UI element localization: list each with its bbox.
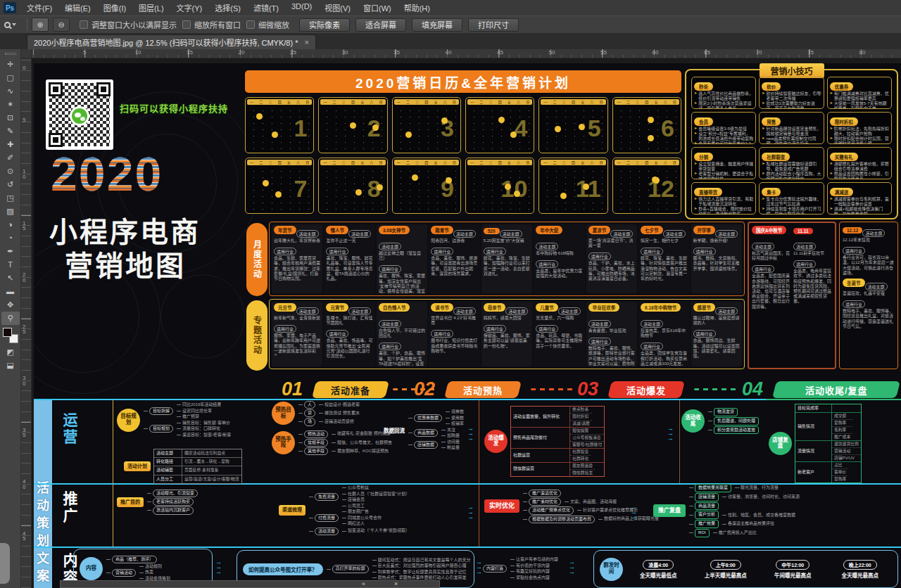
checkbox[interactable] <box>182 20 191 29</box>
dodge-tool[interactable]: ◔ <box>1 231 20 245</box>
table-row-header: 流量情况 <box>795 441 832 461</box>
theme-tag: 活动主题 <box>793 243 816 250</box>
theme-tag: 活动主题 <box>379 320 401 328</box>
options-button[interactable]: 实际像素 <box>299 18 350 32</box>
checkbox-option[interactable]: 缩放所有窗口 <box>182 19 241 30</box>
menu-item[interactable]: 图层(L) <box>132 2 170 13</box>
type-tool[interactable]: T <box>1 258 20 271</box>
ruler-number: 50 <box>549 49 555 56</box>
clone-stamp-tool[interactable]: ⊙ <box>1 165 20 178</box>
checkbox-option[interactable]: 调整窗口大小以满屏显示 <box>80 19 177 30</box>
theme-text: 12.12年末狂欢 <box>843 238 895 243</box>
map-node-group: 根据数据及时调整活动页面布局数据好的商品上浮获取曝光量 <box>529 516 659 523</box>
menu-item[interactable]: 3D(D) <box>285 2 318 13</box>
checkbox[interactable] <box>246 20 255 29</box>
map-node-group: 推广复盘数据效果关联度曝光流量、行为流量店铺流量访客量、浏览量、访问时长、访问来… <box>653 484 800 537</box>
foreground-color-swatch[interactable] <box>3 328 12 337</box>
map-node: 曝光流量、行为流量 <box>741 485 779 491</box>
eraser-tool[interactable]: ◳ <box>1 191 20 205</box>
map-node: 活动计划 <box>124 461 151 471</box>
industry-tag: 适用行业 <box>641 343 663 350</box>
theme-text: 妈妈节，感恩大回馈 <box>484 316 530 321</box>
quick-mask-tool[interactable]: ◩ <box>1 345 20 359</box>
gradient-tool[interactable]: ▨ <box>1 205 20 218</box>
menu-item[interactable]: 文件(F) <box>20 2 58 13</box>
magic-wand-tool[interactable]: ✶ <box>1 98 20 111</box>
close-icon[interactable]: × <box>304 38 308 46</box>
menu-item[interactable]: 图像(I) <box>97 2 132 13</box>
menu-item[interactable]: 窗口(W) <box>357 2 398 13</box>
map-node: 社群人员（“社群运营裂变”计划） <box>348 492 410 497</box>
history-brush-tool[interactable]: ↺ <box>1 178 20 191</box>
blur-tool[interactable]: ◑ <box>1 218 20 231</box>
menu-item[interactable]: 文字(Y) <box>170 2 209 13</box>
canvas-area[interactable]: 扫码可以获得小程序扶持 2020 小程序电商 营销地图 2020营销日历&全年营… <box>32 58 901 588</box>
column-divider <box>113 400 113 547</box>
options-button[interactable]: 填充屏幕 <box>412 18 462 32</box>
map-branch: 关注 <box>441 428 460 433</box>
marquee-tool[interactable]: ▢ <box>1 71 20 84</box>
color-swatches[interactable] <box>3 328 18 343</box>
weekday-label: 六 <box>590 101 593 104</box>
pen-tool[interactable]: ✒ <box>1 245 20 258</box>
map-branch: 让客户有参与感的内容 <box>510 557 558 563</box>
checkbox[interactable] <box>80 20 88 29</box>
collapse-icon[interactable]: « <box>362 580 365 588</box>
weekday-label: 日 <box>673 101 676 104</box>
menu-item[interactable]: 编辑(E) <box>58 2 97 13</box>
ruler-number: 45 <box>497 49 503 56</box>
map-children: 让客户有参与感的内容有价值的干货内容有趣又好玩的内容紧贴社会热点内容 <box>510 557 558 580</box>
weekday-label: 二 <box>333 161 336 165</box>
industry-text: 鲜花、美妆、珠宝、生鲜等，加强跨行业可以来打买一送一活动，表白套装双送礼。 <box>484 256 530 276</box>
poster-year: 2020 <box>51 146 163 201</box>
highlighted-date <box>510 132 517 138</box>
map-branch: 针对客户需求点优化推荐展示 <box>577 508 638 513</box>
ruler-number: 60 <box>653 49 659 56</box>
options-button[interactable]: 打印尺寸 <box>468 18 519 32</box>
map-node: 活动曝光、引流裂变 <box>153 490 198 497</box>
background-window-edge <box>0 543 10 584</box>
toolbar-grip[interactable] <box>5 53 16 55</box>
menu-item[interactable]: 滤镜(T) <box>247 2 285 13</box>
map-node-group: 有价值的干货内容 <box>516 563 550 569</box>
healing-brush-tool[interactable]: ✚ <box>1 138 20 151</box>
map-branch: 粉丝量 <box>441 445 460 451</box>
weekday-label: 四 <box>498 101 502 104</box>
hand-tool[interactable]: ✥ <box>1 298 20 312</box>
table-cell: 限时折扣 <box>570 414 592 421</box>
brush-tool[interactable]: ✐ <box>1 151 20 165</box>
tip-text-line: ➤借力达人直播带货引流，有助于私域流量沉淀转化 <box>694 197 753 207</box>
checkbox-option[interactable]: 细微缩放 <box>246 19 289 30</box>
document-tab[interactable]: 2020小程序电商营销地图.jpg @ 12.5% (扫码可以获得小程序扶持, … <box>27 34 316 49</box>
close-icon[interactable]: × <box>394 580 398 588</box>
zoom-in-button[interactable]: ⊕ <box>32 18 49 32</box>
menu-item[interactable]: 帮助(H) <box>398 2 436 13</box>
menu-item[interactable]: 视图(V) <box>318 2 357 13</box>
zoom-tool[interactable]: ⚲ <box>1 312 20 325</box>
festival-title: 年中大促 <box>536 226 562 234</box>
autumn-festivals-panel: 国庆&中秋节活动主题秋高气爽迎国庆，花好月圆过中秋适用行业全品类，配套国庆美食游… <box>748 222 836 369</box>
shape-tool[interactable]: ▬ <box>1 285 20 298</box>
map-node-group: 网红达人 <box>348 521 365 527</box>
path-select-tool[interactable]: ↖ <box>1 271 20 285</box>
calendar-weekday-header: 一二三四五六日 <box>467 160 532 165</box>
zoom-tool-icon[interactable] <box>4 18 23 31</box>
festival-card: 情人节活动主题爱你不止这一天适用行业美妆、珠宝、服饰、鲜花礼品等，可设置情人节专… <box>324 224 374 293</box>
industry-tag: 适用行业 <box>484 325 506 333</box>
crop-tool[interactable]: ⊡ <box>1 111 20 124</box>
table-cells: 短信提醒公众号模板消息客服号/社群催付 <box>570 428 604 448</box>
screen-mode-tool[interactable]: ⬓ <box>1 359 20 372</box>
options-button[interactable]: 适合屏幕 <box>355 18 406 32</box>
menu-item[interactable]: 选择(S) <box>208 2 247 13</box>
eyedropper-tool[interactable]: ✎ <box>1 124 20 138</box>
tip-text-line: ➤设立“积分+权益”专属福利，刺激成长值消费升级带动复购 <box>694 132 753 141</box>
map-node: 数据效果关联度 <box>695 484 731 492</box>
map-node: 销售目标：销售额·客单价 <box>182 421 230 426</box>
december-panel: 12.12活动主题12.12年末狂欢适用行业各行业皆可，延长双11余温，以12月… <box>839 222 898 369</box>
move-tool[interactable]: ✛ <box>1 58 20 71</box>
zoom-out-button[interactable]: ⊖ <box>53 18 70 32</box>
industry-tag: 适用行业 <box>379 265 401 273</box>
map-node-group: 商品流量 <box>695 502 719 511</box>
lasso-tool[interactable]: ∿ <box>1 84 20 98</box>
ruler-number: 2 0 <box>23 272 25 283</box>
